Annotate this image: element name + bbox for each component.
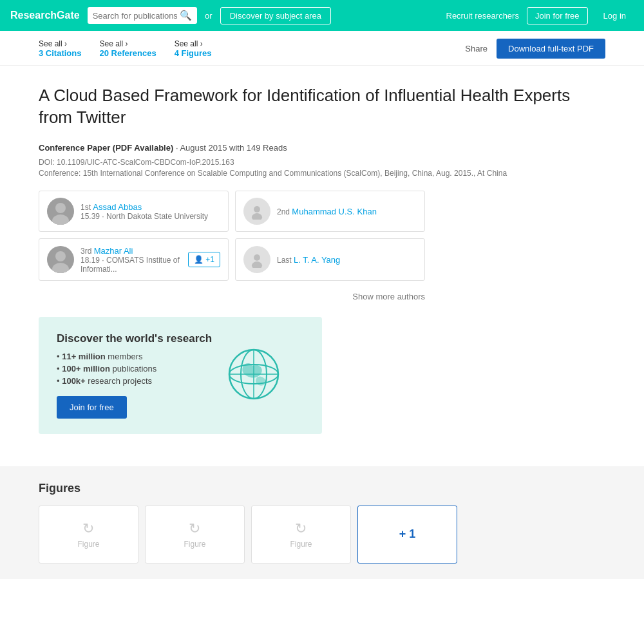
figure-card-plus[interactable]: + 1: [357, 506, 457, 564]
author-info-4: Last L. T. A. Yang: [277, 254, 417, 265]
figure-label-1: Figure: [77, 540, 99, 549]
author-info-3: 3rd Mazhar Ali 18.19 · COMSATS Institue …: [80, 245, 182, 274]
paper-reads: 149 Reads: [247, 143, 287, 153]
author-card-3[interactable]: 3rd Mazhar Ali 18.19 · COMSATS Institue …: [39, 238, 229, 281]
search-icon: 🔍: [180, 10, 192, 21]
author-position-3: 3rd: [80, 247, 94, 256]
discover-box: Discover the world's research 11+ millio…: [39, 317, 322, 434]
author-plus-badge[interactable]: 👤 +1: [188, 252, 220, 267]
discover-bullets: 11+ million members 100+ million publica…: [57, 352, 212, 386]
figure-label-2: Figure: [184, 540, 205, 549]
discover-text: Discover the world's research 11+ millio…: [57, 332, 212, 419]
join-free-discover-button[interactable]: Join for free: [57, 396, 127, 419]
authors-grid: 1st Assad Abbas 15.39 · North Dakota Sta…: [39, 191, 425, 281]
discover-title: Discover the world's research: [57, 332, 212, 345]
author-name-link-2[interactable]: Muhammad U.S. Khan: [292, 207, 377, 216]
bullet-members: 11+ million members: [57, 352, 212, 361]
author-card-2[interactable]: 2nd Muhammad U.S. Khan: [235, 191, 425, 232]
author-position-2: 2nd: [277, 207, 292, 216]
recruit-researchers-link[interactable]: Recruit researchers: [446, 11, 519, 21]
paper-conference: Conference: 15th International Conferenc…: [39, 169, 605, 178]
author-position-4: Last: [277, 256, 294, 265]
paper-date: August 2015: [180, 143, 227, 153]
show-more-authors: Show more authors: [39, 291, 425, 301]
author-avatar-3: [47, 246, 74, 273]
author-avatar-4: [243, 246, 270, 273]
author-stats-3: 18.19 · COMSATS Institue of Informati...: [80, 256, 182, 274]
figure-spinner-2: ↻: [189, 520, 200, 537]
author-avatar-2: [243, 198, 270, 225]
paper-doi: DOI: 10.1109/UIC-ATC-ScalCom-CBDCom-IoP.…: [39, 158, 605, 167]
quick-links-bar: See all › 3 Citations See all › 20 Refer…: [0, 31, 644, 66]
main-content: A Cloud Based Framework for Identificati…: [0, 66, 644, 466]
paper-type: Conference Paper (PDF Available): [39, 143, 173, 153]
join-free-nav-button[interactable]: Join for free: [527, 7, 588, 24]
svg-point-1: [55, 203, 66, 213]
download-pdf-button[interactable]: Download full-text PDF: [497, 39, 605, 59]
discover-subject-button[interactable]: Discover by subject area: [220, 7, 331, 24]
references-count-link[interactable]: 20 References: [99, 48, 156, 58]
figure-plus-label: + 1: [399, 527, 416, 541]
paper-meta: Conference Paper (PDF Available) · Augus…: [39, 143, 605, 153]
references-see-all[interactable]: See all ›: [99, 39, 156, 48]
author-position-1: 1st: [80, 203, 93, 212]
author-card-4[interactable]: Last L. T. A. Yang: [235, 238, 425, 281]
paper-title: A Cloud Based Framework for Identificati…: [39, 85, 605, 129]
quick-links-right: Share Download full-text PDF: [465, 39, 605, 59]
citations-link-group: See all › 3 Citations: [39, 39, 81, 58]
citations-count-link[interactable]: 3 Citations: [39, 48, 81, 58]
figure-placeholder-3: ↻ Figure: [290, 520, 312, 549]
figures-link-group: See all › 4 Figures: [175, 39, 212, 58]
author-name-link-1[interactable]: Assad Abbas: [93, 202, 142, 212]
author-stats-1: 15.39 · North Dakota State University: [80, 212, 220, 221]
author-info-2: 2nd Muhammad U.S. Khan: [277, 206, 417, 216]
figure-spinner-1: ↻: [82, 520, 94, 537]
or-text: or: [205, 11, 213, 21]
figure-spinner-3: ↻: [295, 520, 307, 537]
author-card-1[interactable]: 1st Assad Abbas 15.39 · North Dakota Sta…: [39, 191, 229, 232]
author-avatar-1: [47, 198, 74, 225]
figures-count-link[interactable]: 4 Figures: [175, 48, 212, 58]
author-name-link-3[interactable]: Mazhar Ali: [94, 246, 133, 256]
svg-point-7: [55, 251, 66, 261]
bullet-projects: 100k+ research projects: [57, 376, 212, 386]
search-input[interactable]: [93, 11, 177, 21]
quick-links-left: See all › 3 Citations See all › 20 Refer…: [39, 39, 212, 58]
figure-card-2[interactable]: ↻ Figure: [145, 506, 245, 564]
globe-icon: [225, 345, 283, 405]
svg-point-10: [254, 254, 260, 261]
bullet-publications: 100+ million publications: [57, 364, 212, 374]
author-info-1: 1st Assad Abbas 15.39 · North Dakota Sta…: [80, 202, 220, 221]
login-button[interactable]: Log in: [596, 8, 634, 24]
figure-placeholder-2: ↻ Figure: [184, 520, 205, 549]
citations-see-all[interactable]: See all ›: [39, 39, 81, 48]
svg-point-4: [254, 206, 260, 213]
figures-grid: ↻ Figure ↻ Figure ↻ Figure + 1: [39, 506, 605, 564]
figure-placeholder-1: ↻ Figure: [77, 520, 99, 549]
author-name-link-4[interactable]: L. T. A. Yang: [294, 255, 340, 265]
figures-section: Figures ↻ Figure ↻ Figure ↻ Figure + 1: [0, 466, 644, 579]
show-more-authors-link[interactable]: Show more authors: [352, 292, 425, 301]
references-link-group: See all › 20 References: [99, 39, 156, 58]
figures-see-all[interactable]: See all ›: [175, 39, 212, 48]
figures-section-title: Figures: [39, 482, 605, 495]
paper-with: with: [229, 143, 247, 153]
figure-label-3: Figure: [290, 540, 312, 549]
figure-card-3[interactable]: ↻ Figure: [251, 506, 351, 564]
plus-badge-icon: 👤: [194, 255, 204, 264]
share-button[interactable]: Share: [465, 44, 488, 53]
figure-card-1[interactable]: ↻ Figure: [39, 506, 138, 564]
search-bar: 🔍: [88, 7, 197, 24]
logo: ResearchGate: [10, 10, 80, 21]
